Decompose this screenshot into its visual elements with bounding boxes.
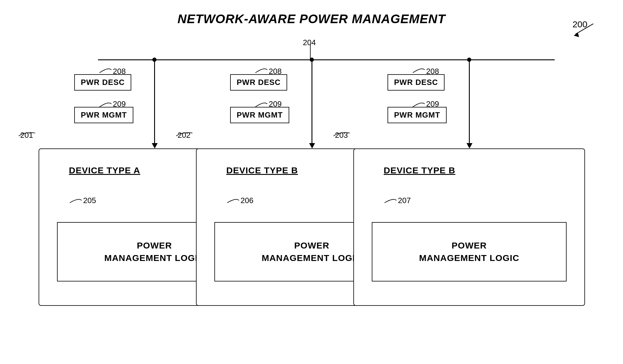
vert-line-b1 [312, 59, 312, 144]
arrow-down-b2 [467, 143, 472, 148]
bus-line [98, 59, 555, 60]
ref-209-b1-line [267, 98, 282, 111]
ref-202-line [176, 130, 200, 145]
ref-206-line [239, 194, 254, 208]
ref-200-arrow [561, 18, 605, 42]
main-title: NETWORK-AWARE POWER MANAGEMENT [178, 12, 446, 26]
device-label-b2: DEVICE TYPE B [384, 165, 455, 175]
ref-209-b2-line [425, 98, 439, 111]
device-label-b1: DEVICE TYPE B [226, 165, 298, 175]
arrow-down-b1 [309, 143, 315, 148]
ref-209-a-line [111, 98, 126, 111]
ref-204-line [310, 38, 328, 60]
ref-208-b1-line [267, 64, 282, 77]
pml-box-b2: POWER MANAGEMENT LOGIC [372, 222, 567, 281]
device-label-a: DEVICE TYPE A [69, 165, 140, 175]
arrow-down-a [152, 143, 158, 148]
vert-line-a [154, 59, 155, 144]
ref-203-line [333, 130, 357, 145]
ref-201-line [19, 130, 42, 145]
ref-207-line [396, 194, 411, 208]
ref-205-line [82, 194, 97, 208]
vert-line-b2 [469, 59, 470, 144]
ref-208-b2-line [425, 64, 439, 77]
diagram: NETWORK-AWARE POWER MANAGEMENT 200 204 P… [0, 0, 623, 364]
ref-208-a-line [111, 64, 126, 77]
device-box-b2: DEVICE TYPE B POWER MANAGEMENT LOGIC [353, 148, 585, 306]
svg-line-0 [575, 24, 593, 34]
